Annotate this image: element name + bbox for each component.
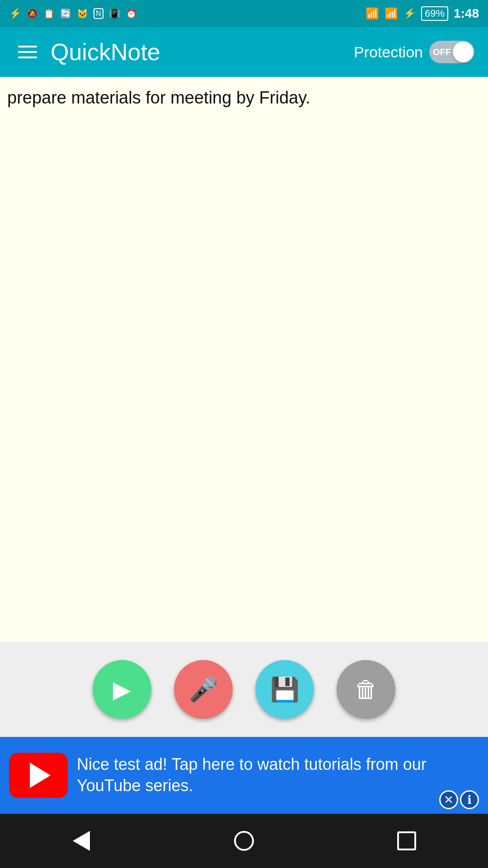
menu-line-3 [18,57,37,58]
sync-icon: 🔄 [60,8,71,19]
back-button[interactable] [59,818,104,863]
ad-close-button[interactable]: ✕ [439,790,458,809]
save-button[interactable]: 💾 [255,660,314,719]
play-button[interactable]: ▶ [93,660,151,719]
save-icon: 💾 [270,676,300,703]
play-icon: ▶ [113,676,131,703]
ad-text: Nice test ad! Tap here to watch tutorial… [77,754,430,797]
app-bar: QuickNote Protection OFF [0,27,488,77]
sim-icon: 📋 [43,8,55,19]
battery-text: 69% [421,6,448,21]
recents-icon [397,831,416,850]
cat-icon: 🐱 [77,8,88,19]
ad-banner[interactable]: Nice test ad! Tap here to watch tutorial… [0,737,488,814]
ad-badges: ✕ ℹ [439,790,479,814]
note-text: prepare materials for meeting by Friday. [7,88,310,107]
protection-toggle[interactable]: OFF [429,41,474,63]
back-icon [73,831,90,851]
trash-icon: 🗑 [354,676,378,703]
app-title: QuickNote [51,38,354,66]
usb-icon: ⚡ [9,8,21,19]
status-icons-left: ⚡ 🔕 📋 🔄 🐱 N 📳 ⏰ [9,8,137,19]
note-area[interactable]: prepare materials for meeting by Friday. [0,77,488,642]
signal-icon: 📶 [385,7,398,20]
mic-icon: 🎤 [189,676,218,703]
nav-bar [0,814,488,868]
bottom-toolbar: ▶ 🎤 💾 🗑 [0,642,488,737]
mic-button[interactable]: 🎤 [174,660,233,719]
alarm-icon: ⏰ [126,8,137,19]
menu-line-2 [18,51,37,53]
youtube-play-icon [30,763,51,788]
trash-button[interactable]: 🗑 [337,660,395,719]
status-icons-right: 📶 📶 ⚡ 69% 1:48 [366,6,479,21]
youtube-icon-container [9,753,68,798]
wifi-icon: 📶 [366,7,379,20]
status-bar: ⚡ 🔕 📋 🔄 🐱 N 📳 ⏰ 📶 📶 ⚡ 69% 1:48 [0,0,488,27]
home-icon [234,831,254,851]
vibrate-icon: 📳 [109,8,120,19]
protection-label: Protection [354,43,423,61]
home-button[interactable] [221,818,267,863]
menu-line-1 [18,46,37,47]
recents-button[interactable] [384,818,429,863]
charging-icon: ⚡ [404,8,416,19]
nfc-icon: N [94,8,103,19]
signal-off-icon: 🔕 [27,8,38,19]
toggle-knob [453,42,474,62]
menu-button[interactable] [14,41,42,63]
toggle-off-text: OFF [433,47,451,57]
ad-info-button[interactable]: ℹ [460,790,479,809]
protection-container: Protection OFF [354,41,474,63]
status-time: 1:48 [454,6,479,21]
